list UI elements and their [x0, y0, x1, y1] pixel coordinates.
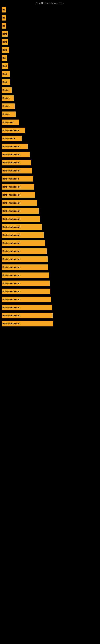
bar-label: Bottleneck result [2, 290, 20, 292]
bar-row: Bottlen [0, 110, 100, 118]
bar-row: Bottlen [0, 102, 100, 110]
bar-label: Bott [2, 41, 7, 43]
bar-label: Bottlen [2, 97, 10, 100]
bar-label: Bottleneck result [2, 274, 20, 276]
bar-row: Bottleneck result [0, 263, 100, 271]
bar-row: Bottleneck result [0, 167, 100, 175]
bar-item: Bottleneck result [1, 256, 48, 262]
bar-label: Bottleneck result [2, 186, 20, 188]
bar-item: Bottl [1, 47, 9, 53]
bar-row: Bottleneck result [0, 191, 100, 199]
bar-item: Bottle [1, 87, 12, 93]
bar-row: Bo [0, 22, 100, 30]
bar-label: Bottleneck result [2, 202, 20, 204]
bar-row: Bottl [0, 78, 100, 86]
bar-label: Bo [2, 8, 5, 11]
bar-row: Bottleneck resu [0, 126, 100, 134]
bar-row: Bottleneck result [0, 207, 100, 215]
bar-row: Bottleneck result [0, 239, 100, 247]
bar-item: Bottleneck result [1, 192, 35, 198]
bar-row: Bottleneck result [0, 312, 100, 320]
bar-row: Bo [0, 14, 100, 22]
bar-row: Bottleneck result [0, 223, 100, 231]
bar-row: Bottleneck result [0, 150, 100, 158]
bar-label: Bottle [2, 89, 9, 91]
bar-row: Bott [0, 30, 100, 38]
bar-label: Bottleneck result [2, 250, 20, 252]
bar-item: Bottleneck result [1, 313, 52, 318]
bar-item: Bottleneck result [1, 280, 50, 286]
bar-label: Bottleneck resu [2, 178, 19, 180]
bar-row: Bottleneck result [0, 296, 100, 304]
bar-item: Bott [1, 31, 8, 37]
bar-item: Bottleneck [1, 120, 19, 125]
bar-item: Bottl [1, 79, 10, 85]
bar-item: Bottleneck resu [1, 176, 33, 182]
bar-item: Bottleneck result [1, 264, 48, 270]
bar-item: Bottlen [1, 104, 15, 109]
bar-label: Bottlen [2, 105, 10, 108]
bar-label: Bottleneck result [2, 210, 20, 212]
bar-item: Bottleneck result [1, 200, 37, 206]
bar-row: Bott [0, 62, 100, 70]
bar-item: Bot [1, 55, 7, 61]
bar-label: Bottl [2, 73, 7, 75]
bar-label: Bottleneck result [2, 153, 20, 156]
bar-row: Bottleneck result [0, 271, 100, 279]
bar-item: Bottlen [1, 112, 16, 117]
bar-item: Bott [1, 63, 8, 69]
bar-label: Bottleneck result [2, 226, 20, 228]
bar-item: Bottleneck resu [1, 128, 25, 133]
bar-label: Bottleneck result [2, 145, 20, 148]
bar-label: Bottl [2, 81, 7, 83]
bar-row: Bottleneck result [0, 288, 100, 296]
bar-row: Bottleneck result [0, 304, 100, 312]
bar-row: Bottleneck result [0, 199, 100, 207]
bar-item: Bottleneck result [1, 152, 30, 158]
bar-label: Bo [2, 16, 5, 19]
bar-row: Bottleneck result [0, 247, 100, 255]
bar-row: Bottlen [0, 94, 100, 102]
bar-row: Bott [0, 38, 100, 46]
bar-row: Bottleneck [0, 118, 100, 126]
bar-item: Bottleneck result [1, 288, 50, 294]
bar-label: Bott [2, 32, 7, 35]
bar-label: Bottleneck result [2, 218, 20, 220]
bar-item: Bottleneck result [1, 144, 28, 149]
bar-item: Bottleneck result [1, 248, 47, 254]
bar-item: Bottleneck result [1, 184, 34, 190]
bar-row: Bottle [0, 86, 100, 94]
bar-row: Bottleneck result [0, 279, 100, 288]
bar-item: Bottlen [1, 96, 14, 101]
site-title: TheBottlenecker.com [0, 0, 100, 6]
bar-item: Bottleneck result [1, 272, 49, 278]
bar-label: Bottl [2, 49, 7, 51]
bar-label: Bottleneck result [2, 282, 20, 284]
bar-label: Bottleneck result [2, 306, 20, 309]
bar-label: Bottleneck result [2, 162, 20, 164]
bar-row: Bottleneck result [0, 231, 100, 239]
bar-item: Bottleneck r [1, 136, 22, 141]
bar-row: Bottleneck result [0, 320, 100, 328]
bar-label: Bottleneck result [2, 170, 20, 172]
bar-item: Bottleneck result [1, 168, 32, 174]
bar-item: Bottl [1, 71, 10, 77]
bar-item: Bo [1, 7, 6, 12]
bar-row: Bottleneck r [0, 134, 100, 142]
bar-item: Bottleneck result [1, 240, 45, 246]
bar-label: Bottleneck resu [2, 129, 19, 132]
bar-row: Bottleneck result [0, 158, 100, 167]
bar-label: Bottleneck result [2, 298, 20, 301]
bar-item: Bottleneck result [1, 321, 53, 326]
bar-label: Bottleneck result [2, 258, 20, 260]
bar-label: Bottleneck result [2, 322, 20, 325]
bar-item: Bottleneck result [1, 160, 31, 166]
bar-label: Bottlen [2, 113, 10, 116]
bar-label: Bottleneck result [2, 242, 20, 244]
bar-item: Bo [1, 15, 6, 20]
bar-row: Bottleneck result [0, 215, 100, 223]
bar-label: Bottleneck result [2, 194, 20, 196]
bar-label: Bottleneck [2, 121, 14, 124]
bar-label: Bottleneck result [2, 314, 20, 317]
bar-label: Bo [2, 24, 5, 27]
